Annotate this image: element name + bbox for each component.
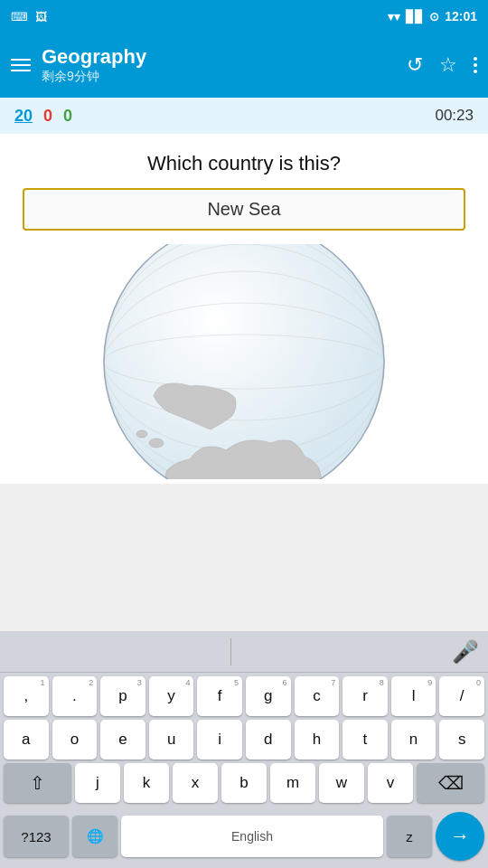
- app-bar: Geography 剩余9分钟 ↺ ☆: [0, 33, 488, 98]
- app-title: Geography: [42, 45, 146, 69]
- keyboard-bottom-row: ?123 🌐 English z →: [0, 808, 488, 868]
- keyboard-suggestion-bar: 🎤: [0, 631, 488, 673]
- time-display: 12:01: [445, 9, 477, 24]
- more-button[interactable]: [474, 57, 477, 73]
- wifi-icon: ▾▾: [388, 10, 400, 24]
- key-u[interactable]: u: [149, 720, 194, 760]
- key-f[interactable]: 5f: [197, 676, 242, 716]
- score-bar: 20 0 0 00:23: [0, 98, 488, 134]
- keyboard-rows: 1, 2. 3p 4y 5f 6g 7c 8r 9l 0/ a o e u i …: [0, 673, 488, 808]
- key-y[interactable]: 4y: [149, 676, 194, 716]
- key-w[interactable]: w: [319, 763, 364, 803]
- space-key[interactable]: English: [121, 816, 383, 857]
- status-icons-right: ▾▾ ▊▊ ⊙ 12:01: [388, 9, 477, 24]
- key-s[interactable]: s: [439, 720, 484, 760]
- symbols-key[interactable]: ?123: [4, 816, 69, 857]
- key-t[interactable]: t: [343, 720, 388, 760]
- key-a[interactable]: a: [4, 720, 49, 760]
- image-icon: 🖼: [35, 10, 47, 24]
- key-comma[interactable]: 1,: [4, 676, 49, 716]
- app-bar-left: Geography 剩余9分钟: [11, 45, 146, 85]
- battery-icon: ⊙: [429, 10, 439, 24]
- answer-input[interactable]: [23, 188, 465, 231]
- key-slash[interactable]: 0/: [439, 676, 484, 716]
- key-h[interactable]: h: [295, 720, 340, 760]
- enter-key[interactable]: →: [436, 812, 484, 861]
- undo-button[interactable]: ↺: [407, 53, 423, 77]
- status-bar: ⌨ 🖼 ▾▾ ▊▊ ⊙ 12:01: [0, 0, 488, 33]
- key-period[interactable]: 2.: [52, 676, 98, 716]
- signal-icon: ▊▊: [406, 10, 424, 24]
- keyboard-row-3: ⇧ j k x b m w v ⌫: [4, 763, 484, 803]
- globe-key[interactable]: 🌐: [72, 816, 117, 857]
- key-l[interactable]: 9l: [391, 676, 436, 716]
- status-icons-left: ⌨ 🖼: [11, 10, 47, 24]
- key-b[interactable]: b: [221, 763, 267, 803]
- key-i[interactable]: i: [197, 720, 242, 760]
- question-text: Which country is this?: [147, 152, 341, 175]
- svg-point-7: [149, 439, 164, 448]
- key-m[interactable]: m: [270, 763, 315, 803]
- question-area: Which country is this?: [0, 134, 488, 240]
- key-o[interactable]: o: [52, 720, 98, 760]
- app-bar-actions: ↺ ☆: [407, 53, 477, 77]
- wrong-score: 0: [43, 107, 52, 126]
- globe-image: [77, 244, 411, 479]
- key-k[interactable]: k: [124, 763, 169, 803]
- app-subtitle: 剩余9分钟: [42, 69, 146, 85]
- key-j[interactable]: j: [75, 763, 120, 803]
- mic-icon[interactable]: 🎤: [452, 639, 479, 665]
- key-v[interactable]: v: [368, 763, 413, 803]
- menu-button[interactable]: [11, 59, 31, 71]
- star-button[interactable]: ☆: [439, 53, 457, 77]
- key-d[interactable]: d: [246, 720, 291, 760]
- key-c[interactable]: 7c: [295, 676, 340, 716]
- key-x[interactable]: x: [173, 763, 218, 803]
- key-n[interactable]: n: [391, 720, 436, 760]
- keyboard-row-2: a o e u i d h t n s: [4, 720, 484, 760]
- shift-key[interactable]: ⇧: [4, 763, 71, 803]
- key-z[interactable]: z: [387, 816, 432, 857]
- keyboard-row-1: 1, 2. 3p 4y 5f 6g 7c 8r 9l 0/: [4, 676, 484, 716]
- key-p[interactable]: 3p: [100, 676, 145, 716]
- keyboard-container: 🎤 1, 2. 3p 4y 5f 6g 7c 8r 9l 0/ a o e u …: [0, 631, 488, 868]
- svg-point-8: [136, 430, 147, 438]
- backspace-key[interactable]: ⌫: [417, 763, 484, 803]
- key-r[interactable]: 8r: [343, 676, 388, 716]
- key-g[interactable]: 6g: [246, 676, 291, 716]
- skip-score: 0: [63, 107, 72, 126]
- timer-display: 00:23: [435, 107, 474, 125]
- keyboard-icon: ⌨: [11, 10, 28, 24]
- key-e[interactable]: e: [100, 720, 145, 760]
- globe-area: [0, 240, 488, 484]
- keyboard-divider: [230, 638, 231, 665]
- correct-score[interactable]: 20: [14, 107, 33, 126]
- app-bar-title: Geography 剩余9分钟: [42, 45, 146, 85]
- score-left: 20 0 0: [14, 107, 72, 126]
